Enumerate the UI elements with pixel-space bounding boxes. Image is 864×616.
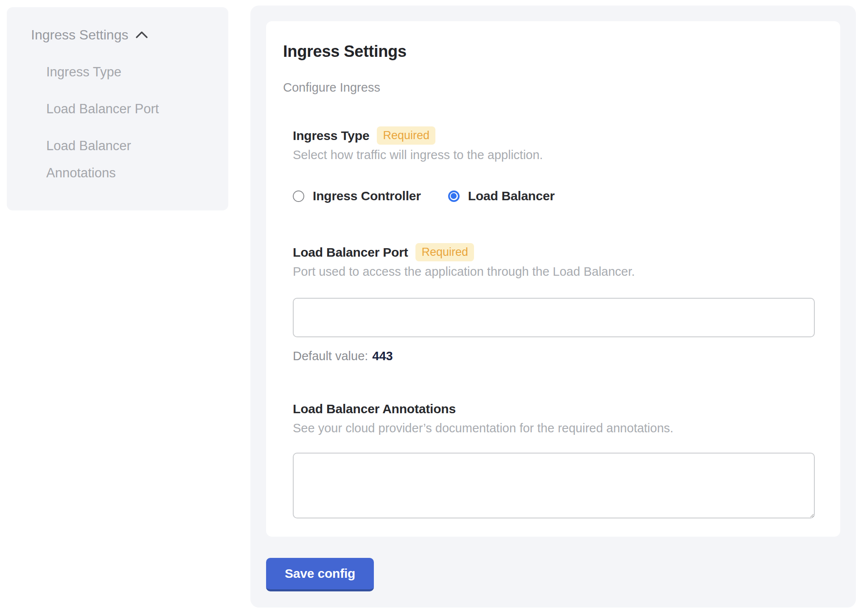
default-value: 443 xyxy=(372,349,393,363)
form-sections: Ingress Type Required Select how traffic… xyxy=(293,126,815,518)
load-balancer-annotations-label: Load Balancer Annotations xyxy=(293,400,456,418)
save-config-button[interactable]: Save config xyxy=(266,558,374,591)
load-balancer-annotations-textarea[interactable] xyxy=(293,453,815,518)
ingress-type-description: Select how traffic will ingress to the a… xyxy=(293,147,815,162)
ingress-type-label: Ingress Type xyxy=(293,127,369,145)
load-balancer-port-input[interactable] xyxy=(293,298,815,337)
sidebar-item-load-balancer-annotations[interactable]: Load Balancer Annotations xyxy=(46,132,186,187)
settings-panel: Ingress Settings Configure Ingress Ingre… xyxy=(250,6,856,608)
load-balancer-annotations-section: Load Balancer Annotations See your cloud… xyxy=(293,400,815,518)
load-balancer-port-label: Load Balancer Port xyxy=(293,244,408,261)
radio-label: Load Balancer xyxy=(468,189,555,203)
radio-circle-icon xyxy=(448,190,460,202)
ingress-settings-card: Ingress Settings Configure Ingress Ingre… xyxy=(266,21,840,537)
default-value-label: Default value: xyxy=(293,349,368,363)
load-balancer-port-description: Port used to access the application thro… xyxy=(293,264,815,279)
default-value-row: Default value:443 xyxy=(293,348,815,364)
radio-circle-icon xyxy=(293,190,304,202)
sidebar-item-ingress-type[interactable]: Ingress Type xyxy=(46,59,186,86)
load-balancer-port-section: Load Balancer Port Required Port used to… xyxy=(293,243,815,364)
required-badge: Required xyxy=(377,126,435,145)
sidebar-item-load-balancer-port[interactable]: Load Balancer Port xyxy=(46,95,186,123)
page-title: Ingress Settings xyxy=(283,42,815,61)
page-subtitle: Configure Ingress xyxy=(283,80,815,95)
ingress-type-section: Ingress Type Required Select how traffic… xyxy=(293,126,815,203)
load-balancer-annotations-description: See your cloud provider’s documentation … xyxy=(293,420,815,436)
radio-ingress-controller[interactable]: Ingress Controller xyxy=(293,189,421,203)
ingress-type-options: Ingress Controller Load Balancer xyxy=(293,189,815,203)
required-badge: Required xyxy=(415,243,474,261)
radio-load-balancer[interactable]: Load Balancer xyxy=(448,189,555,203)
sidebar-section-title: Ingress Settings xyxy=(31,26,128,43)
radio-label: Ingress Controller xyxy=(313,189,421,203)
sidebar-item-list: Ingress Type Load Balancer Port Load Bal… xyxy=(46,59,186,187)
chevron-up-icon xyxy=(135,30,149,39)
settings-nav-sidebar: Ingress Settings Ingress Type Load Balan… xyxy=(7,7,228,210)
sidebar-section-toggle[interactable]: Ingress Settings xyxy=(31,26,228,43)
